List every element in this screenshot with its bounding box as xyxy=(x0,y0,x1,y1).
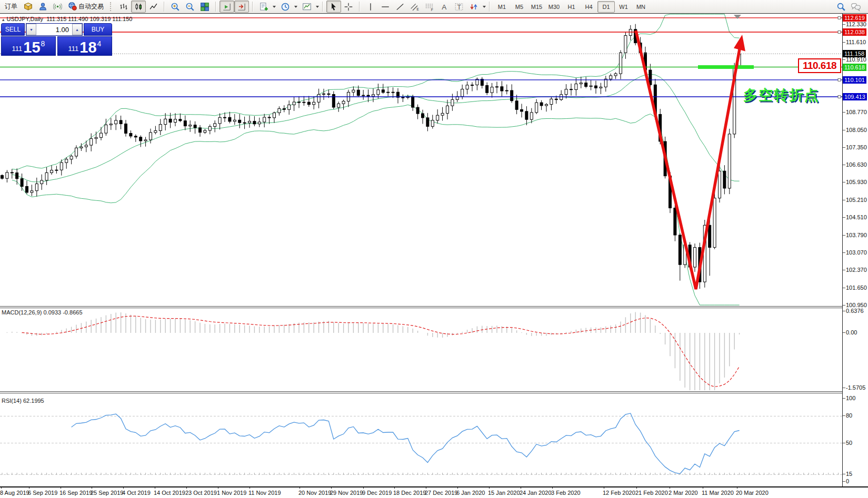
zoom-out-icon[interactable] xyxy=(183,1,197,13)
add-indicator-caret[interactable] xyxy=(273,6,276,8)
bars-chart-icon[interactable] xyxy=(116,1,131,13)
lot-input[interactable] xyxy=(36,24,72,35)
chart-bottom-border xyxy=(0,486,868,487)
template-caret[interactable] xyxy=(316,6,319,8)
date-label: 4 Oct 2019 xyxy=(122,490,151,496)
lot-increase-button[interactable]: ▲ xyxy=(72,24,82,35)
macd-label: MACD(12,26,9) 0.0933 -0.8665 xyxy=(2,309,83,316)
date-label: 16 Sep 2019 xyxy=(59,490,92,496)
rsi-axis-label: 15 xyxy=(846,471,852,477)
buy-button[interactable]: BUY xyxy=(84,23,112,36)
timeframe-M30[interactable]: M30 xyxy=(545,1,563,13)
lot-size-stepper: ▼ ▲ xyxy=(26,23,83,36)
date-label: 9 Dec 2019 xyxy=(362,490,392,496)
mt4-terminal-window: 订单 自动交易 xyxy=(0,0,868,498)
ohlc-values: 111.315 111.490 109.319 111.150 xyxy=(46,16,132,22)
timeframe-M15[interactable]: M15 xyxy=(528,1,545,13)
macd-signal-line xyxy=(22,316,740,387)
date-label: 23 Oct 2019 xyxy=(185,490,217,496)
turning-point-annotation[interactable]: 多空转折点 xyxy=(743,86,820,105)
axis-price-label: 105.210 xyxy=(846,197,867,203)
symbol-period-label: USDJPY,Daily xyxy=(7,16,44,22)
date-label: 14 Oct 2019 xyxy=(154,490,185,496)
price-callout-label[interactable]: 110.618 xyxy=(798,58,841,73)
cursor-icon[interactable] xyxy=(326,1,341,13)
date-label: 1 Nov 2019 xyxy=(217,490,246,496)
axis-price-label: 104.510 xyxy=(846,214,867,220)
community-icon[interactable] xyxy=(35,1,50,13)
time-axis[interactable]: 8 Aug 20196 Sep 201916 Sep 201925 Sep 20… xyxy=(0,489,868,498)
axis-price-label: 106.630 xyxy=(846,161,867,168)
toolbar: 订单 自动交易 xyxy=(0,0,868,14)
date-label: 21 Feb 2020 xyxy=(635,490,668,496)
sell-button[interactable]: SELL xyxy=(1,23,25,36)
axis-price-label: 100.950 xyxy=(846,302,867,308)
axis-price-badge: 112.619 xyxy=(843,14,866,22)
macd-axis-label: 0.00 xyxy=(846,329,857,336)
svg-text:A: A xyxy=(442,3,446,11)
chat-icon[interactable] xyxy=(849,1,863,13)
bollinger-lower xyxy=(12,105,740,305)
vertical-line-icon[interactable] xyxy=(363,1,378,13)
shapes-icon[interactable] xyxy=(466,1,481,13)
axis-price-badge: 111.158 xyxy=(843,50,866,57)
timeframe-M5[interactable]: M5 xyxy=(511,1,528,13)
date-label: 24 Jan 2020 xyxy=(520,490,552,496)
add-indicator-icon[interactable] xyxy=(256,1,271,13)
macd-panel-canvas[interactable] xyxy=(0,308,842,391)
date-label: 6 Jan 2020 xyxy=(456,490,485,496)
candles-chart-icon[interactable] xyxy=(131,1,146,13)
date-label: 11 Mar 2020 xyxy=(702,490,734,496)
rsi-axis-label: 0 xyxy=(846,478,849,484)
price-chart-canvas[interactable] xyxy=(0,14,842,306)
trendline-icon[interactable] xyxy=(393,1,407,13)
date-label: 29 Nov 2019 xyxy=(330,490,363,496)
search-icon[interactable] xyxy=(834,1,849,13)
timeframe-H1[interactable]: H1 xyxy=(563,1,580,13)
tile-windows-icon[interactable] xyxy=(197,1,212,13)
svg-text:T: T xyxy=(457,3,461,11)
shapes-caret[interactable] xyxy=(483,6,486,8)
timeframe-D1[interactable]: D1 xyxy=(597,1,615,13)
period-caret[interactable] xyxy=(294,6,297,8)
axis-price-label: 101.650 xyxy=(846,284,867,291)
text-icon[interactable]: A xyxy=(437,1,452,13)
chart-title: ▴USDJPY,Daily 111.315 111.490 109.319 11… xyxy=(2,16,132,22)
axis-price-badge: 110.618 xyxy=(843,64,866,71)
zoom-in-icon[interactable] xyxy=(168,1,183,13)
rsi-axis-label: 50 xyxy=(846,440,852,446)
crosshair-icon[interactable] xyxy=(341,1,356,13)
autotrade-button[interactable]: 自动交易 xyxy=(65,1,107,13)
channel-icon[interactable]: E xyxy=(407,1,422,13)
sell-price-display[interactable]: 111158 xyxy=(1,36,56,56)
axis-price-label: 108.050 xyxy=(846,127,867,133)
axis-price-label: 105.930 xyxy=(846,179,867,185)
chart-shift-icon[interactable] xyxy=(234,1,249,13)
fibonacci-icon[interactable]: F xyxy=(422,1,437,13)
template-icon[interactable] xyxy=(300,1,314,13)
timeframe-W1[interactable]: W1 xyxy=(615,1,632,13)
horizontal-line-icon[interactable] xyxy=(378,1,393,13)
date-label: 11 Nov 2019 xyxy=(248,490,281,496)
buy-price-display[interactable]: 111184 xyxy=(57,36,112,56)
auto-scroll-icon[interactable] xyxy=(220,1,234,13)
macd-axis-label: 0.6376 xyxy=(846,308,864,314)
line-chart-icon[interactable] xyxy=(146,1,161,13)
period-icon[interactable] xyxy=(278,1,293,13)
axis-price-label: 103.790 xyxy=(846,232,867,238)
axis-price-label: 103.070 xyxy=(846,249,867,256)
timeframe-M1[interactable]: M1 xyxy=(493,1,511,13)
lot-decrease-button[interactable]: ▼ xyxy=(26,24,36,35)
timeframe-MN[interactable]: MN xyxy=(632,1,650,13)
timeframe-H4[interactable]: H4 xyxy=(580,1,597,13)
signals-icon[interactable] xyxy=(50,1,65,13)
label-icon[interactable]: T xyxy=(452,1,466,13)
rsi-panel-canvas[interactable] xyxy=(0,393,842,476)
autotrade-icon xyxy=(68,2,77,12)
axis-price-badge: 112.038 xyxy=(843,28,866,36)
new-order-button[interactable]: 订单 xyxy=(2,1,21,13)
date-label: 18 Dec 2019 xyxy=(393,490,426,496)
rsi-label: RSI(14) 62.1995 xyxy=(2,398,44,404)
order-book-icon[interactable] xyxy=(21,1,35,13)
chart-shift-marker[interactable] xyxy=(734,15,741,19)
